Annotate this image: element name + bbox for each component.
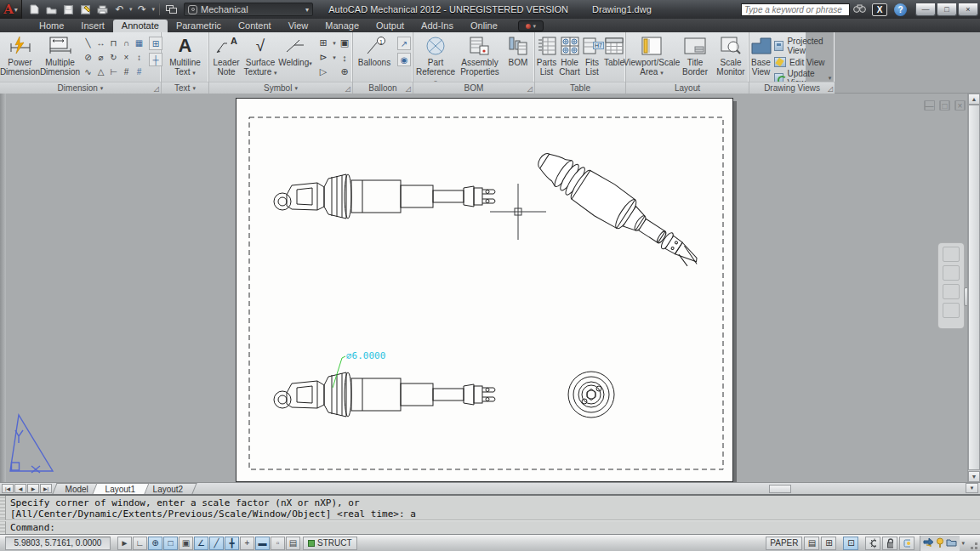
vertical-scroll-thumb[interactable] xyxy=(968,105,980,470)
dim-arrange-icon[interactable]: ⊞ xyxy=(149,37,162,50)
feature-frame-icon[interactable]: ▣ xyxy=(338,37,351,48)
part-reference-button[interactable]: Part Reference ▾ xyxy=(413,32,458,82)
fits-list-button[interactable]: H7 Fits List xyxy=(581,32,603,82)
performance-tuner-button[interactable] xyxy=(899,537,914,550)
dim-angular-icon[interactable]: ↻ xyxy=(107,50,120,65)
dim-radius-icon[interactable]: ⊘ xyxy=(82,50,94,65)
redo-button[interactable]: ↷ xyxy=(135,3,150,16)
dimension-text[interactable]: ⌀6.0000 xyxy=(346,350,385,361)
scale-monitor-button[interactable]: Scale Monitor xyxy=(713,32,749,82)
tab-manage[interactable]: Manage xyxy=(316,20,368,32)
weld-caret-icon[interactable]: ▾ xyxy=(331,40,338,47)
horizontal-scroll-thumb[interactable] xyxy=(769,485,791,493)
dynamic-ucs-toggle[interactable]: ╋ xyxy=(225,537,239,550)
doc-restore-button[interactable]: □ xyxy=(939,100,950,111)
leader-note-button[interactable]: A Leader Note xyxy=(209,32,243,82)
plot-notify-button[interactable] xyxy=(923,537,934,549)
transparency-toggle[interactable]: ▫ xyxy=(271,537,285,550)
views-dialog-launcher[interactable]: ◿ xyxy=(828,85,833,93)
orbit-icon[interactable] xyxy=(943,303,960,318)
quick-view-drawings-button[interactable]: ⊞ xyxy=(821,537,836,550)
projected-view-button[interactable]: Projected View xyxy=(774,37,831,55)
dim-chain-icon[interactable]: ▦ xyxy=(133,36,145,50)
lock-ui-button[interactable] xyxy=(882,537,897,550)
open-button[interactable] xyxy=(44,3,59,16)
dim-insert-icon[interactable]: ┼ xyxy=(149,53,162,66)
undo-button[interactable]: ↶ xyxy=(112,3,127,16)
tab-view[interactable]: View xyxy=(280,20,317,32)
tab-insert[interactable]: Insert xyxy=(72,20,113,32)
navigation-bar[interactable] xyxy=(937,242,965,329)
tray-menu-button[interactable]: ▾ xyxy=(961,540,965,547)
dim-arc-icon[interactable]: ∩ xyxy=(120,36,133,50)
tab-annotate[interactable]: Annotate xyxy=(113,20,168,32)
tab-online[interactable]: Online xyxy=(462,20,506,32)
dim-arclength-icon[interactable]: ∿ xyxy=(82,65,94,79)
new-button[interactable] xyxy=(27,3,42,16)
dim-edit-icon[interactable]: ⊢ xyxy=(107,65,120,79)
table-panel-label[interactable]: Table xyxy=(535,82,625,94)
workspace-switch-button[interactable] xyxy=(164,3,179,16)
bom-dialog-launcher[interactable]: ◿ xyxy=(527,85,533,93)
balloon-dialog-launcher[interactable]: ◿ xyxy=(406,85,411,93)
dimension-dialog-launcher[interactable]: ◿ xyxy=(154,85,159,93)
redo-dropdown[interactable]: ▾ xyxy=(152,6,156,13)
dim-linear-icon[interactable]: ↔ xyxy=(94,36,107,50)
struct-mode-button[interactable]: STRUCT xyxy=(303,537,357,550)
base-view-button[interactable]: Base View xyxy=(749,32,772,82)
horizontal-scrollbar[interactable] xyxy=(201,484,952,494)
scrollbar-menu-button[interactable]: ▼ xyxy=(966,483,978,493)
balloons-button[interactable]: 1 Balloons xyxy=(353,32,396,82)
resize-grip[interactable] xyxy=(968,537,978,550)
align-balloon-icon[interactable]: ◉ xyxy=(397,53,411,66)
grid-display-toggle[interactable]: ⊕ xyxy=(148,537,162,550)
save-as-button[interactable] xyxy=(78,3,93,16)
bom-button[interactable]: BOM xyxy=(502,32,534,82)
pan-icon[interactable] xyxy=(943,265,960,281)
quick-view-layouts-button[interactable]: ▤ xyxy=(804,537,819,550)
snap-mode-toggle[interactable]: ∟ xyxy=(133,537,147,550)
steering-wheel-icon[interactable] xyxy=(943,247,960,262)
search-input[interactable] xyxy=(741,3,850,16)
hole-chart-button[interactable]: Hole Chart xyxy=(558,32,581,82)
quick-properties-toggle[interactable]: ▤ xyxy=(286,537,300,550)
dim-align-icon[interactable]: # xyxy=(133,65,145,79)
next-tab-button[interactable]: ▶ xyxy=(27,484,39,493)
tab-home[interactable]: Home xyxy=(31,20,72,32)
doc-close-button[interactable]: × xyxy=(954,100,966,111)
command-window-grip[interactable] xyxy=(0,496,6,536)
drawing-canvas[interactable]: ⌀6.0000 — □ × ▲ xyxy=(0,94,980,482)
exchange-apps-button[interactable]: X xyxy=(872,3,887,16)
object-snap-tracking-toggle[interactable]: ╱ xyxy=(209,537,224,550)
title-border-button[interactable]: Title Border xyxy=(677,32,713,82)
last-tab-button[interactable]: ▶| xyxy=(40,484,52,493)
location-button[interactable] xyxy=(936,537,944,549)
datum-id-icon[interactable]: ⊳ xyxy=(316,52,331,63)
bom-panel-label[interactable]: BOM xyxy=(413,82,534,94)
dim-continue-icon[interactable]: # xyxy=(120,65,133,79)
table-button[interactable]: Table xyxy=(603,32,625,82)
scroll-down-button[interactable]: ▼ xyxy=(968,471,980,482)
symbol-dialog-launcher[interactable]: ◿ xyxy=(345,85,350,93)
polar-tracking-toggle[interactable]: ▣ xyxy=(179,537,193,550)
ortho-mode-toggle[interactable]: □ xyxy=(163,537,178,550)
multiline-text-button[interactable]: A Multiline Text ▾ xyxy=(162,32,208,82)
close-button[interactable]: × xyxy=(958,3,978,16)
maximize-viewport-button[interactable]: ⊡ xyxy=(843,537,858,550)
assembly-properties-button[interactable]: Assembly Properties xyxy=(458,32,502,82)
edge-symbol-icon[interactable]: ↕ xyxy=(338,53,351,63)
search-button[interactable] xyxy=(853,3,867,15)
annotation-scale-button[interactable] xyxy=(865,537,880,550)
tab-content[interactable]: Content xyxy=(230,20,280,32)
help-button[interactable]: ? xyxy=(894,3,907,16)
maximize-button[interactable]: □ xyxy=(937,3,957,16)
paper-model-button[interactable]: PAPER xyxy=(766,537,802,550)
welding-button[interactable]: Welding▾ xyxy=(277,32,313,82)
scroll-up-button[interactable]: ▲ xyxy=(968,94,980,105)
save-button[interactable] xyxy=(61,3,76,16)
lineweight-toggle[interactable]: ▬ xyxy=(255,537,270,550)
minimize-button[interactable]: — xyxy=(915,3,936,16)
application-menu-button[interactable]: A▾ xyxy=(0,0,22,19)
balloon-panel-label[interactable]: Balloon xyxy=(353,82,413,94)
dim-break-icon[interactable]: × xyxy=(120,50,133,65)
